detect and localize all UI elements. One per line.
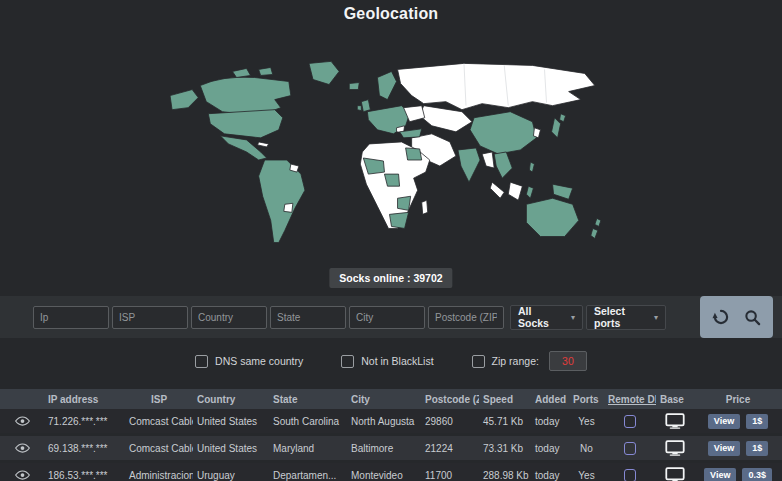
socks-type-value: All Socks bbox=[518, 305, 565, 329]
view-button[interactable]: View bbox=[704, 468, 736, 481]
header-ports: Ports bbox=[569, 394, 604, 405]
socks-type-select[interactable]: All Socks ▾ bbox=[510, 305, 583, 330]
view-button[interactable]: View bbox=[708, 414, 740, 429]
refresh-button[interactable] bbox=[712, 308, 730, 326]
checkbox-label: DNS same country bbox=[215, 355, 303, 367]
monitor-icon bbox=[665, 413, 685, 429]
cell-postcode: 11700 bbox=[421, 470, 479, 481]
cell-city: Baltimore bbox=[347, 443, 421, 454]
search-button[interactable] bbox=[744, 309, 761, 326]
remote-dns-checkbox[interactable] bbox=[624, 469, 636, 481]
price-button[interactable]: 0.3$ bbox=[742, 468, 772, 481]
remote-dns-checkbox[interactable] bbox=[624, 442, 636, 455]
cell-postcode: 21224 bbox=[421, 443, 479, 454]
table-header: IP address ISP Country State City Postco… bbox=[0, 389, 782, 409]
cell-country: Uruguay bbox=[193, 470, 269, 481]
country-filter-input[interactable] bbox=[191, 306, 267, 329]
header-remote-dns[interactable]: Remote DNS bbox=[604, 394, 656, 405]
ports-select[interactable]: Select ports ▾ bbox=[586, 305, 666, 330]
header-state: State bbox=[269, 394, 347, 405]
monitor-icon bbox=[665, 467, 685, 481]
cell-isp: Comcast Cable ... bbox=[125, 416, 193, 427]
cell-ports: Yes bbox=[569, 416, 604, 427]
eye-icon[interactable] bbox=[15, 443, 30, 453]
header-price: Price bbox=[694, 394, 782, 405]
cell-ip: 186.53.***.*** bbox=[44, 470, 125, 481]
checkbox-label: Not in BlackList bbox=[361, 355, 433, 367]
search-icon bbox=[744, 309, 761, 326]
ip-filter-input[interactable] bbox=[33, 306, 109, 329]
zip-range-group: Zip range: bbox=[472, 351, 587, 371]
table-row[interactable]: 186.53.***.*** Administracion... Uruguay… bbox=[0, 463, 782, 481]
world-map-svg[interactable] bbox=[162, 56, 620, 260]
zip-range-checkbox[interactable]: Zip range: bbox=[472, 355, 539, 368]
refresh-icon bbox=[712, 308, 730, 326]
socks-online-label: Socks online : 39702 bbox=[339, 272, 442, 284]
cell-state: Departamen... bbox=[269, 470, 347, 481]
socks-online-badge: Socks online : 39702 bbox=[329, 268, 452, 288]
isp-filter-input[interactable] bbox=[112, 306, 188, 329]
header-city: City bbox=[347, 394, 421, 405]
header-postcode: Postcode (ZIP) bbox=[421, 394, 479, 405]
cell-speed: 288.98 Kb bbox=[479, 470, 531, 481]
header-speed: Speed bbox=[479, 394, 531, 405]
ports-value: Select ports bbox=[594, 305, 648, 329]
filter-actions bbox=[700, 296, 773, 338]
header-isp: ISP bbox=[125, 394, 193, 405]
price-button[interactable]: 1$ bbox=[746, 414, 768, 429]
view-button[interactable]: View bbox=[708, 441, 740, 456]
table-row[interactable]: 71.226.***.*** Comcast Cable ... United … bbox=[0, 409, 782, 433]
checkbox-box[interactable] bbox=[195, 355, 208, 368]
socks-table: IP address ISP Country State City Postco… bbox=[0, 389, 782, 481]
state-filter-input[interactable] bbox=[270, 306, 346, 329]
cell-speed: 73.31 Kb bbox=[479, 443, 531, 454]
price-button[interactable]: 1$ bbox=[746, 441, 768, 456]
header-ip: IP address bbox=[44, 394, 125, 405]
checkbox-box[interactable] bbox=[472, 355, 485, 368]
postcode-filter-input[interactable] bbox=[428, 306, 504, 329]
cell-state: South Carolina bbox=[269, 416, 347, 427]
checkbox-box[interactable] bbox=[341, 355, 354, 368]
cell-added: today bbox=[531, 470, 569, 481]
chevron-down-icon: ▾ bbox=[571, 313, 575, 322]
cell-ports: Yes bbox=[569, 470, 604, 481]
header-added: Added bbox=[531, 394, 569, 405]
cell-country: United States bbox=[193, 443, 269, 454]
zip-range-input[interactable] bbox=[549, 351, 587, 371]
eye-icon[interactable] bbox=[15, 470, 30, 480]
table-row[interactable]: 69.138.***.*** Comcast Cable ... United … bbox=[0, 436, 782, 460]
world-map[interactable] bbox=[162, 56, 620, 260]
cell-city: North Augusta bbox=[347, 416, 421, 427]
eye-icon[interactable] bbox=[15, 416, 30, 426]
cell-speed: 45.71 Kb bbox=[479, 416, 531, 427]
not-in-blacklist-checkbox[interactable]: Not in BlackList bbox=[341, 355, 433, 368]
cell-state: Maryland bbox=[269, 443, 347, 454]
remote-dns-checkbox[interactable] bbox=[624, 415, 636, 428]
header-base: Base bbox=[656, 394, 694, 405]
cell-isp: Comcast Cable ... bbox=[125, 443, 193, 454]
city-filter-input[interactable] bbox=[349, 306, 425, 329]
cell-added: today bbox=[531, 416, 569, 427]
header-country: Country bbox=[193, 394, 269, 405]
page-title: Geolocation bbox=[0, 5, 782, 23]
filter-bar: All Socks ▾ Select ports ▾ bbox=[0, 296, 782, 338]
cell-postcode: 29860 bbox=[421, 416, 479, 427]
cell-ip: 71.226.***.*** bbox=[44, 416, 125, 427]
dns-same-country-checkbox[interactable]: DNS same country bbox=[195, 355, 303, 368]
cell-ports: No bbox=[569, 443, 604, 454]
cell-isp: Administracion... bbox=[125, 470, 193, 481]
cell-ip: 69.138.***.*** bbox=[44, 443, 125, 454]
cell-country: United States bbox=[193, 416, 269, 427]
chevron-down-icon: ▾ bbox=[654, 313, 658, 322]
monitor-icon bbox=[665, 440, 685, 456]
checkbox-label: Zip range: bbox=[492, 355, 539, 367]
filter-options-row: DNS same country Not in BlackList Zip ra… bbox=[0, 346, 782, 376]
cell-added: today bbox=[531, 443, 569, 454]
cell-city: Montevideo bbox=[347, 470, 421, 481]
